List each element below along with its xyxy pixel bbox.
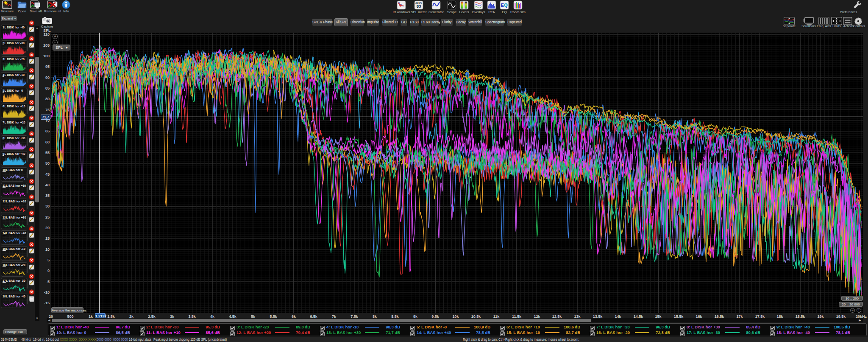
svg-text:83: 83: [417, 4, 421, 8]
